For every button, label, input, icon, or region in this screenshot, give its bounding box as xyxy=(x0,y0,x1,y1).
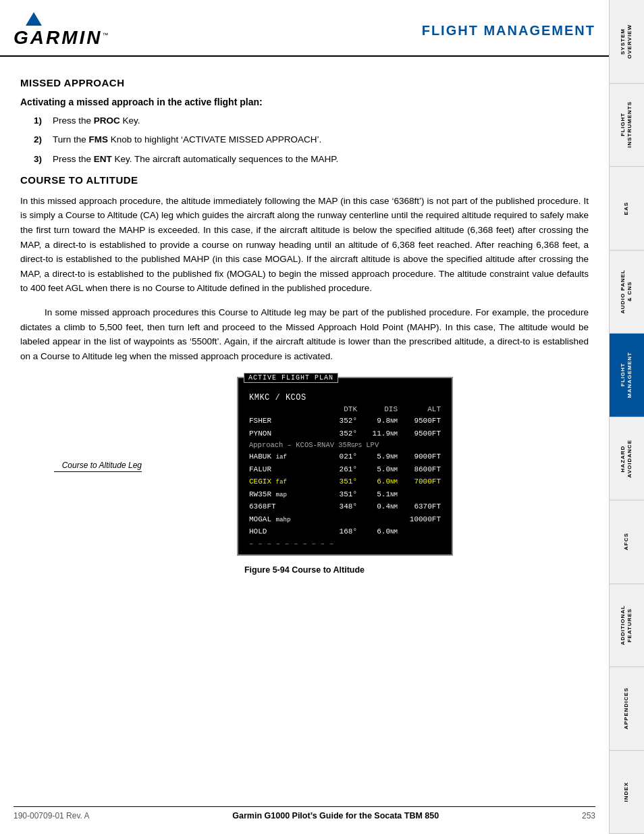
waypoint-alt: 9500FT xyxy=(398,415,441,427)
waypoint-alt: 10000FT xyxy=(398,514,441,525)
waypoint-name: PYNON xyxy=(249,428,322,440)
course-to-altitude-title: COURSE TO ALTITUDE xyxy=(20,174,589,186)
waypoint-alt: 9000FT xyxy=(398,451,441,463)
table-row: CEGIX faf 351° 6.0NM 7000FT xyxy=(246,475,444,488)
fp-route: KMKC / KCOS xyxy=(246,393,444,402)
sidebar-tab-label: ADDITIONALFEATURES xyxy=(620,605,634,645)
waypoint-alt: 7000FT xyxy=(398,476,441,488)
flight-plan-box: ACTIVE FLIGHT PLAN KMKC / KCOS DTK DIS A… xyxy=(237,377,453,556)
step-text: Press the PROC Key. xyxy=(53,114,589,128)
list-item: 2) Turn the FMS Knob to highlight ‘ACTIV… xyxy=(34,133,589,147)
step-number: 2) xyxy=(34,133,53,147)
waypoint-dtk: 168° xyxy=(322,526,357,538)
figure-caption: Figure 5-94 Course to Altitude xyxy=(244,565,365,575)
step-number: 1) xyxy=(34,114,53,128)
step-text: Press the ENT Key. The aircraft automati… xyxy=(53,153,589,166)
waypoint-name: RW35R map xyxy=(249,489,322,500)
waypoint-name: FSHER xyxy=(249,415,322,427)
waypoint-dis: 5.1NM xyxy=(357,489,398,500)
list-item: 3) Press the ENT Key. The aircraft autom… xyxy=(34,153,589,166)
waypoint-dis: 5.9NM xyxy=(357,451,398,463)
missed-approach-subtitle: Activating a missed approach in the acti… xyxy=(20,97,589,107)
waypoint-dtk: 021° xyxy=(322,451,357,463)
footer-title: Garmin G1000 Pilot’s Guide for the Socat… xyxy=(232,811,439,820)
sidebar-tab-hazard-avoidance[interactable]: HAZARDAVOIDANCE xyxy=(610,417,644,501)
table-row: HOLD 168° 6.0NM xyxy=(246,525,444,538)
waypoint-dtk: 352° xyxy=(322,415,357,427)
waypoint-dtk: 352° xyxy=(322,428,357,440)
fp-dashes: – – – – – – – – – – xyxy=(246,538,444,549)
col-dis: DIS xyxy=(357,405,398,413)
garmin-logo: GARMIN™ xyxy=(14,12,111,49)
footer-doc-number: 190-00709-01 Rev. A xyxy=(14,811,90,820)
sidebar-tab-label: SYSTEMOVERVIEW xyxy=(620,24,634,59)
waypoint-name: FALUR xyxy=(249,464,322,475)
fp-title-bar: ACTIVE FLIGHT PLAN xyxy=(244,373,338,383)
trademark-symbol: ™ xyxy=(103,32,111,38)
waypoint-dis: 6.0NM xyxy=(357,526,398,538)
page-header: GARMIN™ FLIGHT MANAGEMENT xyxy=(0,0,609,57)
table-row: FSHER 352° 9.8NM 9500FT xyxy=(246,415,444,427)
waypoint-dtk: 348° xyxy=(322,501,357,513)
waypoint-dtk: 351° xyxy=(322,489,357,500)
right-sidebar: SYSTEMOVERVIEW FLIGHTINSTRUMENTS EAS AUD… xyxy=(609,0,644,834)
waypoint-name: CEGIX faf xyxy=(249,476,322,488)
sidebar-tab-label: INDEX xyxy=(623,782,630,802)
sidebar-tab-appendices[interactable]: APPENDICES xyxy=(610,667,644,751)
table-row: PYNON 352° 11.9NM 9500FT xyxy=(246,427,444,440)
sidebar-tab-label: AUDIO PANEL& CNS xyxy=(620,269,634,314)
waypoint-name: HABUK iaf xyxy=(249,451,322,463)
waypoint-alt: 8600FT xyxy=(398,464,441,475)
waypoint-name: HOLD xyxy=(249,526,322,538)
waypoint-dis: 6.0NM xyxy=(357,476,398,488)
sidebar-tab-audio-panel[interactable]: AUDIO PANEL& CNS xyxy=(610,251,644,334)
col-alt: ALT xyxy=(398,405,441,413)
course-to-altitude-paragraph1: In this missed approach procedure, the a… xyxy=(20,194,589,296)
table-row: MOGAL mahp 10000FT xyxy=(246,513,444,526)
waypoint-name: 6368FT xyxy=(249,501,322,513)
table-row: HABUK iaf 021° 5.9NM 9000FT xyxy=(246,450,444,463)
fp-column-headers: DTK DIS ALT xyxy=(246,405,444,413)
step-number: 3) xyxy=(34,153,53,166)
table-row: RW35R map 351° 5.1NM xyxy=(246,488,444,501)
col-dtk: DTK xyxy=(322,405,357,413)
waypoint-alt: 9500FT xyxy=(398,428,441,440)
garmin-triangle-icon xyxy=(26,12,42,26)
sidebar-tab-label: FLIGHTMANAGEMENT xyxy=(620,352,634,398)
sidebar-tab-index[interactable]: INDEX xyxy=(610,751,644,835)
waypoint-dis: 0.4NM xyxy=(357,501,398,513)
missed-approach-steps: 1) Press the PROC Key. 2) Turn the FMS K… xyxy=(34,114,589,166)
table-row: FALUR 261° 5.0NM 8600FT xyxy=(246,463,444,476)
sidebar-tab-flight-management[interactable]: FLIGHTMANAGEMENT xyxy=(610,334,644,417)
waypoint-dis: 5.0NM xyxy=(357,464,398,475)
waypoint-dis: 11.9NM xyxy=(357,428,398,440)
table-row: 6368FT 348° 0.4NM 6370FT xyxy=(246,500,444,513)
waypoint-dtk: 351° xyxy=(322,476,357,488)
waypoint-dis: 9.8NM xyxy=(357,415,398,427)
course-to-altitude-paragraph2: In some missed approach procedures this … xyxy=(20,305,589,363)
sidebar-tab-label: AFCS xyxy=(623,533,630,550)
waypoint-name: MOGAL mahp xyxy=(249,514,322,525)
sidebar-tab-label: APPENDICES xyxy=(623,687,630,729)
approach-row: Approach – KCOS-RNAV 35RGPS LPV xyxy=(246,440,444,450)
sidebar-tab-eas[interactable]: EAS xyxy=(610,167,644,251)
sidebar-tab-flight-instruments[interactable]: FLIGHTINSTRUMENTS xyxy=(610,84,644,167)
sidebar-tab-afcs[interactable]: AFCS xyxy=(610,500,644,584)
footer-page-number: 253 xyxy=(582,811,595,820)
waypoint-dtk: 261° xyxy=(322,464,357,475)
figure-container: Course to Altitude Leg ACTIVE FLIGHT PLA… xyxy=(20,377,589,575)
step-text: Turn the FMS Knob to highlight ‘ACTIVATE… xyxy=(53,133,589,147)
sidebar-tab-label: HAZARDAVOIDANCE xyxy=(620,440,634,477)
sidebar-tab-label: FLIGHTINSTRUMENTS xyxy=(620,101,634,148)
page-section-title: FLIGHT MANAGEMENT xyxy=(422,23,595,38)
sidebar-tab-label: EAS xyxy=(623,202,630,215)
sidebar-tab-system-overview[interactable]: SYSTEMOVERVIEW xyxy=(610,0,644,84)
ca-leg-label: Course to Altitude Leg xyxy=(62,461,142,470)
waypoint-alt: 6370FT xyxy=(398,501,441,513)
missed-approach-title: MISSED APPROACH xyxy=(20,77,589,88)
page-footer: 190-00709-01 Rev. A Garmin G1000 Pilot’s… xyxy=(14,806,595,820)
sidebar-tab-additional-features[interactable]: ADDITIONALFEATURES xyxy=(610,584,644,668)
main-content: MISSED APPROACH Activating a missed appr… xyxy=(0,57,609,602)
garmin-logo-text: GARMIN™ xyxy=(14,27,111,49)
list-item: 1) Press the PROC Key. xyxy=(34,114,589,128)
